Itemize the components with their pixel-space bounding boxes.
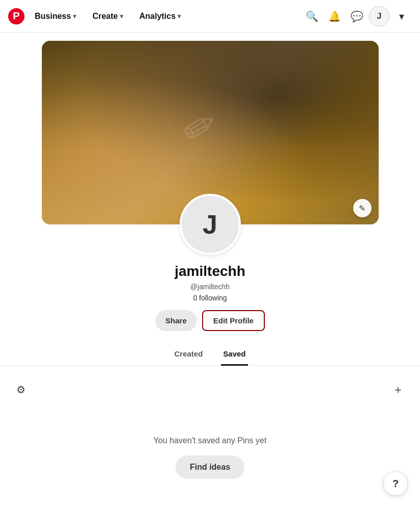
content-toolbar: ⚙ ＋ [12,374,408,405]
empty-state: You haven't saved any Pins yet Find idea… [12,405,408,499]
question-mark-icon: ? [392,478,399,490]
account-chevron-button[interactable]: ▾ [391,6,412,27]
search-icon: 🔍 [306,10,318,22]
help-button[interactable]: ? [383,471,408,496]
profile-username: jamiltechh [175,263,245,280]
share-button[interactable]: Share [155,310,197,331]
navbar: P Business ▾ Create ▾ Analytics ▾ 🔍 🔔 💬 … [0,0,420,33]
pencil-icon: ✎ [359,204,365,213]
profile-handle: @jamiltechh [190,283,230,291]
empty-message: You haven't saved any Pins yet [154,436,266,445]
main-content: ✎ J jamiltechh @jamiltechh 0 following S… [0,33,420,507]
notifications-button[interactable]: 🔔 [324,6,344,27]
chat-icon: 💬 [351,10,363,22]
account-chevron-icon: ▾ [399,10,404,22]
pinterest-logo[interactable]: P [8,8,24,24]
create-chevron-icon: ▾ [120,13,123,20]
tab-saved[interactable]: Saved [221,343,248,366]
nav-left: P Business ▾ Create ▾ Analytics ▾ [8,8,187,25]
profile-info: jamiltechh @jamiltechh 0 following Share… [155,263,265,331]
bell-icon: 🔔 [328,10,341,22]
analytics-label: Analytics [139,12,176,21]
business-label: Business [35,12,71,21]
profile-following: 0 following [193,294,227,302]
edit-profile-button[interactable]: Edit Profile [202,310,265,331]
avatar: J [180,194,241,255]
filter-icon[interactable]: ⚙ [12,379,30,400]
business-chevron-icon: ▾ [73,13,76,20]
business-menu[interactable]: Business ▾ [29,8,82,25]
tabs-section: Created Saved [0,343,420,366]
search-button[interactable]: 🔍 [302,6,322,27]
create-menu[interactable]: Create ▾ [86,8,129,25]
find-ideas-button[interactable]: Find ideas [176,455,244,479]
analytics-chevron-icon: ▾ [178,13,181,20]
logo-p: P [13,10,19,22]
analytics-menu[interactable]: Analytics ▾ [133,8,187,25]
user-initial: J [377,12,382,21]
profile-avatar-container: J [180,194,241,255]
content-area: ⚙ ＋ You haven't saved any Pins yet Find … [0,366,420,507]
avatar-initial: J [203,209,217,240]
cover-edit-button[interactable]: ✎ [353,199,372,217]
cover-section: ✎ J jamiltechh @jamiltechh 0 following S… [0,33,420,366]
messages-button[interactable]: 💬 [347,6,367,27]
profile-actions: Share Edit Profile [155,310,265,331]
user-avatar-button[interactable]: J [369,6,389,27]
nav-right: 🔍 🔔 💬 J ▾ [302,6,412,27]
create-label: Create [92,12,118,21]
tab-created[interactable]: Created [172,343,205,366]
add-icon[interactable]: ＋ [388,378,408,401]
